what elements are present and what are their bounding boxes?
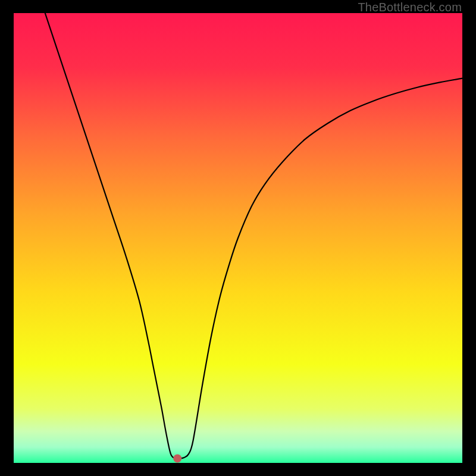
plot-area: [14, 13, 462, 463]
watermark-text: TheBottleneck.com: [358, 1, 462, 14]
chart-svg: [14, 13, 462, 463]
chart-frame: TheBottleneck.com: [0, 0, 476, 476]
optimum-marker: [173, 454, 181, 462]
